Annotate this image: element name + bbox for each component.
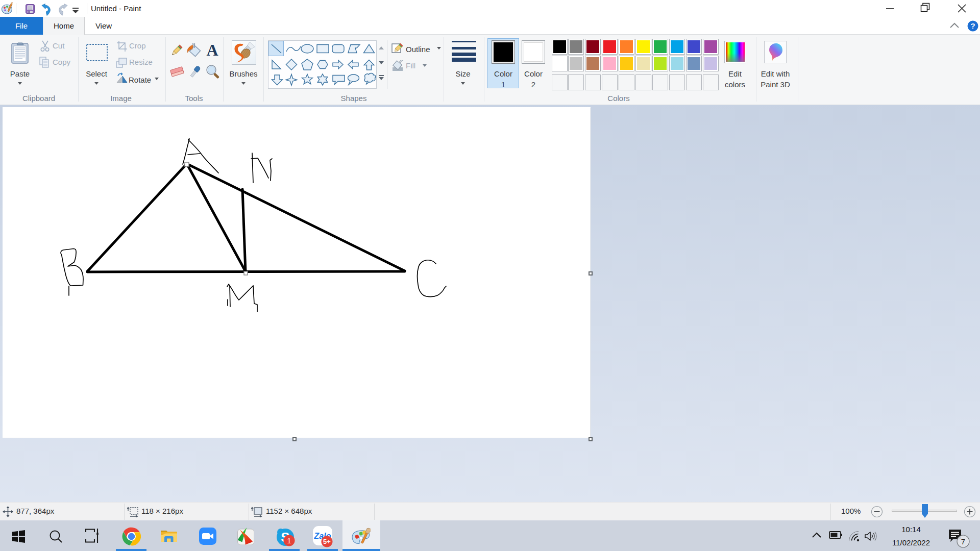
svg-text:?: ?	[970, 21, 975, 30]
svg-text:7: 7	[961, 537, 965, 546]
svg-text:1: 1	[287, 537, 291, 545]
svg-text:5+: 5+	[323, 538, 331, 545]
